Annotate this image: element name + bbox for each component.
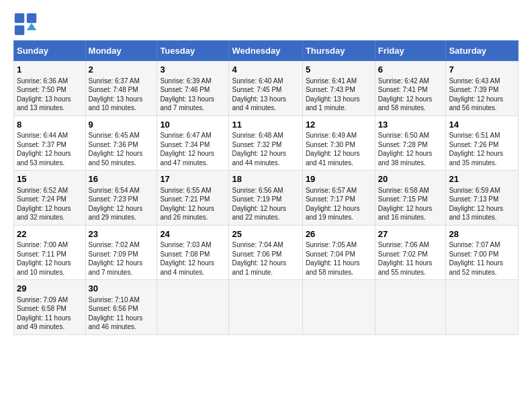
svg-rect-0 (15, 13, 24, 23)
day-info: Sunrise: 6:48 AM Sunset: 7:32 PM Dayligh… (232, 131, 299, 167)
weekday-header-sunday: Sunday (14, 41, 86, 61)
calendar-header: SundayMondayTuesdayWednesdayThursdayFrid… (14, 41, 519, 61)
day-info: Sunrise: 7:06 AM Sunset: 7:02 PM Dayligh… (378, 240, 443, 277)
calendar-cell: 25Sunrise: 7:04 AM Sunset: 7:06 PM Dayli… (229, 225, 302, 280)
day-info: Sunrise: 7:04 AM Sunset: 7:06 PM Dayligh… (232, 240, 299, 277)
weekday-header-saturday: Saturday (446, 41, 519, 61)
calendar-cell: 10Sunrise: 6:47 AM Sunset: 7:34 PM Dayli… (157, 116, 229, 171)
day-info: Sunrise: 6:59 AM Sunset: 7:13 PM Dayligh… (449, 186, 515, 222)
day-number: 20 (378, 173, 443, 185)
day-number: 30 (89, 283, 154, 295)
calendar-cell: 12Sunrise: 6:49 AM Sunset: 7:30 PM Dayli… (302, 116, 375, 171)
calendar-cell (229, 280, 302, 335)
calendar-cell: 14Sunrise: 6:51 AM Sunset: 7:26 PM Dayli… (446, 116, 519, 171)
calendar-cell: 27Sunrise: 7:06 AM Sunset: 7:02 PM Dayli… (375, 225, 446, 280)
weekday-header-tuesday: Tuesday (157, 41, 229, 61)
calendar-cell: 22Sunrise: 7:00 AM Sunset: 7:11 PM Dayli… (14, 225, 86, 280)
day-number: 9 (89, 119, 154, 131)
day-info: Sunrise: 7:09 AM Sunset: 6:58 PM Dayligh… (17, 295, 83, 332)
day-number: 6 (378, 64, 443, 76)
day-number: 19 (306, 173, 372, 185)
day-info: Sunrise: 6:45 AM Sunset: 7:36 PM Dayligh… (89, 131, 154, 167)
calendar-cell: 28Sunrise: 7:07 AM Sunset: 7:00 PM Dayli… (446, 225, 519, 280)
day-info: Sunrise: 6:40 AM Sunset: 7:45 PM Dayligh… (232, 77, 299, 113)
calendar-cell: 26Sunrise: 7:05 AM Sunset: 7:04 PM Dayli… (302, 225, 375, 280)
calendar-cell: 21Sunrise: 6:59 AM Sunset: 7:13 PM Dayli… (446, 171, 519, 226)
calendar-cell: 23Sunrise: 7:02 AM Sunset: 7:09 PM Dayli… (85, 225, 157, 280)
calendar-body: 1Sunrise: 6:36 AM Sunset: 7:50 PM Daylig… (14, 61, 519, 335)
day-info: Sunrise: 6:43 AM Sunset: 7:39 PM Dayligh… (449, 77, 515, 113)
day-number: 1 (17, 64, 83, 76)
calendar-cell: 20Sunrise: 6:58 AM Sunset: 7:15 PM Dayli… (375, 171, 446, 226)
calendar-cell: 2Sunrise: 6:37 AM Sunset: 7:48 PM Daylig… (85, 61, 157, 116)
day-info: Sunrise: 7:07 AM Sunset: 7:00 PM Dayligh… (449, 240, 515, 277)
day-number: 29 (17, 283, 83, 295)
day-info: Sunrise: 6:54 AM Sunset: 7:23 PM Dayligh… (89, 186, 154, 222)
svg-marker-3 (27, 23, 36, 30)
calendar-cell: 7Sunrise: 6:43 AM Sunset: 7:39 PM Daylig… (446, 61, 519, 116)
weekday-header-wednesday: Wednesday (229, 41, 302, 61)
calendar-cell (302, 280, 375, 335)
weekday-header-thursday: Thursday (302, 41, 375, 61)
day-info: Sunrise: 6:57 AM Sunset: 7:17 PM Dayligh… (306, 186, 372, 222)
day-info: Sunrise: 6:42 AM Sunset: 7:41 PM Dayligh… (378, 77, 443, 113)
calendar-cell: 11Sunrise: 6:48 AM Sunset: 7:32 PM Dayli… (229, 116, 302, 171)
calendar-cell: 17Sunrise: 6:55 AM Sunset: 7:21 PM Dayli… (157, 171, 229, 226)
day-info: Sunrise: 6:52 AM Sunset: 7:24 PM Dayligh… (17, 186, 83, 222)
day-number: 28 (449, 228, 515, 240)
calendar-cell: 4Sunrise: 6:40 AM Sunset: 7:45 PM Daylig… (229, 61, 302, 116)
day-number: 13 (378, 119, 443, 131)
day-number: 14 (449, 119, 515, 131)
day-number: 3 (160, 64, 226, 76)
day-number: 25 (232, 228, 299, 240)
day-info: Sunrise: 7:02 AM Sunset: 7:09 PM Dayligh… (89, 240, 154, 277)
day-number: 5 (306, 64, 372, 76)
calendar-week-row: 15Sunrise: 6:52 AM Sunset: 7:24 PM Dayli… (14, 171, 519, 226)
day-info: Sunrise: 7:03 AM Sunset: 7:08 PM Dayligh… (160, 240, 226, 277)
day-info: Sunrise: 7:05 AM Sunset: 7:04 PM Dayligh… (306, 240, 372, 277)
day-number: 18 (232, 173, 299, 185)
calendar-cell: 19Sunrise: 6:57 AM Sunset: 7:17 PM Dayli… (302, 171, 375, 226)
main-container: SundayMondayTuesdayWednesdayThursdayFrid… (0, 0, 532, 342)
day-number: 22 (17, 228, 83, 240)
calendar-cell: 15Sunrise: 6:52 AM Sunset: 7:24 PM Dayli… (14, 171, 86, 226)
day-info: Sunrise: 6:39 AM Sunset: 7:46 PM Dayligh… (160, 77, 226, 113)
day-info: Sunrise: 7:00 AM Sunset: 7:11 PM Dayligh… (17, 240, 83, 277)
day-number: 16 (89, 173, 154, 185)
day-number: 17 (160, 173, 226, 185)
calendar-cell (446, 280, 519, 335)
header (13, 12, 519, 36)
calendar-cell: 3Sunrise: 6:39 AM Sunset: 7:46 PM Daylig… (157, 61, 229, 116)
calendar-cell: 16Sunrise: 6:54 AM Sunset: 7:23 PM Dayli… (85, 171, 157, 226)
day-number: 8 (17, 119, 83, 131)
weekday-header-monday: Monday (85, 41, 157, 61)
logo (13, 12, 40, 36)
weekday-header-row: SundayMondayTuesdayWednesdayThursdayFrid… (14, 41, 519, 61)
day-info: Sunrise: 6:50 AM Sunset: 7:28 PM Dayligh… (378, 131, 443, 167)
calendar-cell: 29Sunrise: 7:09 AM Sunset: 6:58 PM Dayli… (14, 280, 86, 335)
day-info: Sunrise: 6:37 AM Sunset: 7:48 PM Dayligh… (89, 77, 154, 113)
calendar-cell: 9Sunrise: 6:45 AM Sunset: 7:36 PM Daylig… (85, 116, 157, 171)
day-number: 10 (160, 119, 226, 131)
calendar-cell: 5Sunrise: 6:41 AM Sunset: 7:43 PM Daylig… (302, 61, 375, 116)
day-info: Sunrise: 6:58 AM Sunset: 7:15 PM Dayligh… (378, 186, 443, 222)
calendar-cell: 18Sunrise: 6:56 AM Sunset: 7:19 PM Dayli… (229, 171, 302, 226)
day-info: Sunrise: 6:47 AM Sunset: 7:34 PM Dayligh… (160, 131, 226, 167)
calendar-table: SundayMondayTuesdayWednesdayThursdayFrid… (13, 40, 519, 335)
day-number: 4 (232, 64, 299, 76)
calendar-cell: 1Sunrise: 6:36 AM Sunset: 7:50 PM Daylig… (14, 61, 86, 116)
calendar-cell: 30Sunrise: 7:10 AM Sunset: 6:56 PM Dayli… (85, 280, 157, 335)
day-info: Sunrise: 6:36 AM Sunset: 7:50 PM Dayligh… (17, 77, 83, 113)
day-info: Sunrise: 6:41 AM Sunset: 7:43 PM Dayligh… (306, 77, 372, 113)
day-number: 24 (160, 228, 226, 240)
day-number: 11 (232, 119, 299, 131)
day-number: 21 (449, 173, 515, 185)
calendar-cell (157, 280, 229, 335)
calendar-cell: 6Sunrise: 6:42 AM Sunset: 7:41 PM Daylig… (375, 61, 446, 116)
calendar-week-row: 29Sunrise: 7:09 AM Sunset: 6:58 PM Dayli… (14, 280, 519, 335)
day-info: Sunrise: 6:44 AM Sunset: 7:37 PM Dayligh… (17, 131, 83, 167)
svg-rect-1 (27, 13, 36, 23)
day-number: 26 (306, 228, 372, 240)
calendar-week-row: 1Sunrise: 6:36 AM Sunset: 7:50 PM Daylig… (14, 61, 519, 116)
calendar-week-row: 8Sunrise: 6:44 AM Sunset: 7:37 PM Daylig… (14, 116, 519, 171)
